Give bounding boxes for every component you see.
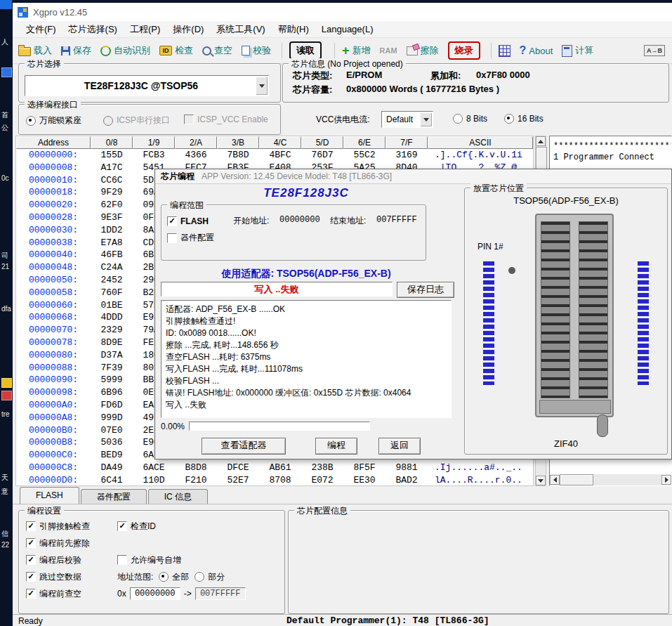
hex-cell[interactable]: 110D bbox=[133, 474, 175, 486]
ram-button[interactable]: RAM bbox=[380, 46, 397, 55]
checkbox-setting[interactable]: ✓跳过空数据 bbox=[26, 568, 90, 585]
hex-cell[interactable]: F210 bbox=[175, 474, 217, 486]
erase-button[interactable]: 擦除 bbox=[407, 44, 439, 57]
hex-cell[interactable]: 9F29 bbox=[91, 186, 133, 199]
hex-cell[interactable]: 8708 bbox=[259, 474, 301, 486]
checkbox-flash[interactable]: ✓FLASH bbox=[167, 216, 209, 226]
hex-cell[interactable]: 4366 bbox=[175, 149, 217, 162]
radio-8bits[interactable]: 8 Bits bbox=[453, 114, 487, 124]
vcc-current-combobox[interactable]: Default bbox=[381, 111, 433, 128]
operation-log[interactable]: 适配器: ADP_F56_EX-B ......OK引脚接触检查通过!ID: 0… bbox=[161, 300, 452, 418]
radio-16bits[interactable]: 16 Bits bbox=[504, 114, 543, 124]
menu-item[interactable]: Language(L) bbox=[315, 22, 380, 36]
menu-item[interactable]: 文件(F) bbox=[20, 22, 62, 37]
checkbox-setting[interactable]: ✓编程前查空 bbox=[26, 585, 90, 602]
hex-cell[interactable]: 76D7 bbox=[301, 149, 343, 162]
hex-cell[interactable]: 52E7 bbox=[217, 474, 259, 486]
scrollbar-thumb[interactable] bbox=[560, 474, 593, 485]
hex-cell[interactable]: 46FB bbox=[91, 249, 133, 261]
dialog-title-bar[interactable]: 芯片编程 APP Version: 12.45 Device Model: T4… bbox=[155, 169, 671, 184]
hex-cell[interactable]: E072 bbox=[301, 474, 343, 486]
menu-item[interactable]: 系统工具(V) bbox=[210, 22, 271, 37]
hex-cell[interactable]: D37A bbox=[91, 349, 133, 362]
hex-cell[interactable]: B8D8 bbox=[175, 462, 217, 474]
add-button[interactable]: +新增 bbox=[342, 44, 371, 57]
hex-cell[interactable]: 3169 bbox=[386, 149, 428, 162]
checkbox-auto-number[interactable]: 允许编号自增 bbox=[117, 554, 181, 566]
hex-column-header[interactable]: 2/A bbox=[175, 136, 217, 149]
scroll-up-icon[interactable] bbox=[536, 136, 546, 146]
hex-row[interactable]: 000000C8:DA496ACEB8D8DFCEAB61238B8F5F988… bbox=[16, 462, 533, 474]
desktop-icon[interactable] bbox=[0, 0, 12, 9]
hex-cell[interactable]: BAD2 bbox=[386, 474, 428, 486]
hex-cell[interactable]: FD6D bbox=[91, 399, 133, 412]
hex-cell[interactable]: 4DDD bbox=[91, 311, 133, 324]
hex-row[interactable]: 00000000:155DFCB343667B8D4BFC76D755C2316… bbox=[16, 149, 533, 162]
auto-detect-button[interactable]: 自动识别 bbox=[100, 44, 150, 57]
hex-cell[interactable]: DFCE bbox=[217, 462, 259, 474]
read-button[interactable]: 读取 bbox=[289, 41, 322, 60]
scroll-down-icon[interactable] bbox=[536, 476, 546, 485]
checkbox-setting[interactable]: ✓引脚接触检查 bbox=[26, 518, 90, 535]
program-button[interactable]: 烧录 bbox=[448, 41, 480, 60]
hex-cell[interactable]: 01BE bbox=[91, 299, 133, 312]
chip-select-dropdown-icon[interactable] bbox=[256, 77, 268, 95]
checkbox-setting[interactable]: ✓编程前先擦除 bbox=[26, 535, 90, 552]
hex-cell[interactable]: 07E0 bbox=[91, 424, 133, 437]
hex-cell[interactable]: 5036 bbox=[91, 436, 133, 449]
save-button[interactable]: 保存 bbox=[61, 44, 91, 57]
hex-cell[interactable]: 7B8D bbox=[217, 149, 259, 162]
scroll-right-icon[interactable] bbox=[661, 475, 671, 485]
checkbox-icsp-vcc[interactable]: ICSP_VCC Enable bbox=[184, 115, 268, 124]
hex-cell[interactable]: 9E3F bbox=[91, 211, 133, 224]
hex-cell[interactable]: 999D bbox=[91, 412, 133, 424]
return-button[interactable]: 返回 bbox=[378, 438, 421, 455]
hex-row[interactable]: 000000D0:6C41110DF21052E78708E072EE30BAD… bbox=[16, 474, 533, 486]
vcc-dropdown-icon[interactable] bbox=[420, 112, 432, 126]
program-button[interactable]: 编程 bbox=[315, 438, 357, 455]
hex-column-header[interactable]: 1/9 bbox=[133, 136, 175, 149]
hex-cell[interactable]: 2452 bbox=[91, 274, 133, 287]
hex-cell[interactable]: 6ACE bbox=[133, 462, 175, 474]
tab-flash[interactable]: FLASH bbox=[20, 487, 79, 504]
hex-cell[interactable]: A17C bbox=[91, 162, 133, 174]
id-check-button[interactable]: ID检查 bbox=[159, 44, 193, 57]
hex-cell[interactable]: 8F5F bbox=[343, 462, 386, 474]
radio-universal-socket[interactable]: 万能锁紧座 bbox=[26, 115, 81, 126]
hex-cell[interactable]: 760F bbox=[91, 287, 133, 299]
title-bar[interactable]: Xgpro v12.45 bbox=[13, 3, 672, 21]
load-button[interactable]: 载入 bbox=[18, 44, 52, 57]
range-start-input[interactable]: 00000000 bbox=[130, 587, 180, 600]
view-adapter-button[interactable]: 查看适配器 bbox=[202, 438, 286, 455]
menu-item[interactable]: 操作(D) bbox=[166, 22, 210, 37]
hex-cell[interactable]: AB61 bbox=[259, 462, 301, 474]
hex-column-header[interactable]: Address bbox=[16, 136, 91, 149]
radio-range-part[interactable]: 部分 bbox=[195, 571, 225, 583]
hex-cell[interactable]: FCB3 bbox=[133, 149, 175, 162]
hex-cell[interactable]: C24A bbox=[91, 261, 133, 274]
hex-column-header[interactable]: 3/B bbox=[217, 136, 259, 149]
ab-convert-button[interactable]: A→B bbox=[644, 45, 665, 56]
hex-cell[interactable]: CC6C bbox=[91, 174, 133, 187]
hex-cell[interactable]: 7F39 bbox=[91, 362, 133, 374]
hex-column-header[interactable]: 6/E bbox=[343, 136, 386, 149]
grid-button[interactable] bbox=[499, 45, 510, 57]
hex-cell[interactable]: BED9 bbox=[91, 449, 133, 462]
hex-cell[interactable]: 6C41 bbox=[91, 474, 133, 486]
verify-button[interactable]: 校验 bbox=[242, 44, 271, 57]
log-horizontal-scrollbar[interactable] bbox=[550, 474, 671, 485]
hex-cell[interactable]: 55C2 bbox=[343, 149, 386, 162]
range-end-input[interactable]: 007FFFFF bbox=[195, 587, 246, 600]
calc-button[interactable]: 计算 bbox=[562, 44, 593, 57]
about-button[interactable]: ?About bbox=[520, 44, 553, 57]
hex-cell[interactable]: 1DD2 bbox=[91, 224, 133, 237]
desktop-icon[interactable] bbox=[1, 378, 12, 388]
menu-item[interactable]: 帮助(H) bbox=[272, 22, 315, 37]
radio-range-all[interactable]: 全部 bbox=[159, 571, 189, 583]
save-log-button[interactable]: 保存日志 bbox=[397, 282, 454, 298]
hex-cell[interactable]: 4BFC bbox=[259, 149, 301, 162]
menu-item[interactable]: 工程(P) bbox=[124, 22, 166, 37]
desktop-icon[interactable] bbox=[1, 67, 12, 77]
hex-column-header[interactable]: 4/C bbox=[259, 136, 301, 149]
hex-cell[interactable]: 6B96 bbox=[91, 386, 133, 399]
